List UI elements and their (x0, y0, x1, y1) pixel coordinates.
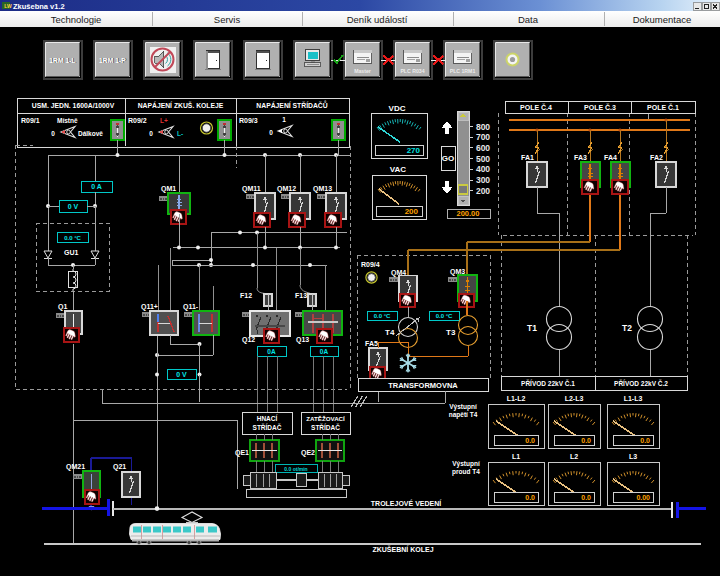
svg-text:0.0: 0.0 (525, 494, 535, 501)
svg-text:200: 200 (405, 207, 419, 216)
svg-text:1RM 1-P: 1RM 1-P (99, 57, 126, 64)
svg-text:0 A: 0 A (91, 183, 102, 190)
svg-text:Master: Master (354, 68, 371, 74)
svg-text:200.00: 200.00 (457, 209, 480, 218)
svg-text:0.0 °C: 0.0 °C (436, 313, 453, 319)
svg-text:Servis: Servis (214, 14, 241, 25)
svg-text:T1: T1 (527, 323, 537, 333)
svg-text:700: 700 (476, 132, 490, 142)
svg-text:POLE Č.4: POLE Č.4 (520, 103, 552, 111)
svg-text:FA2: FA2 (650, 154, 663, 161)
svg-text:T2: T2 (622, 323, 632, 333)
svg-text:STŘÍDAČ: STŘÍDAČ (311, 423, 340, 431)
svg-text:0: 0 (269, 129, 273, 136)
svg-text:T4: T4 (385, 328, 395, 337)
svg-text:PLC R034: PLC R034 (400, 68, 424, 74)
svg-text:0.0: 0.0 (640, 437, 650, 444)
svg-text:NAPÁJENÍ ZKUŠ. KOLEJE: NAPÁJENÍ ZKUŠ. KOLEJE (138, 101, 224, 109)
svg-text:0.0 °C: 0.0 °C (374, 313, 391, 319)
svg-text:500: 500 (476, 154, 490, 164)
svg-text:STŘÍDAČ: STŘÍDAČ (253, 423, 282, 431)
svg-text:QM1: QM1 (161, 185, 176, 193)
svg-text:0.0 °C: 0.0 °C (64, 235, 81, 241)
svg-text:600: 600 (476, 143, 490, 153)
svg-text:F12: F12 (240, 292, 252, 299)
svg-text:0.0: 0.0 (525, 437, 535, 444)
svg-text:0: 0 (51, 130, 55, 137)
svg-text:200: 200 (476, 186, 490, 196)
svg-text:FA1: FA1 (521, 154, 534, 161)
svg-text:300: 300 (476, 175, 490, 185)
svg-text:PŘÍVOD 22kV Č.1: PŘÍVOD 22kV Č.1 (521, 379, 575, 387)
svg-text:Q1: Q1 (58, 303, 67, 311)
svg-text:R09/1: R09/1 (21, 117, 40, 124)
svg-text:QM11: QM11 (242, 185, 261, 193)
svg-text:FA5: FA5 (365, 340, 378, 347)
svg-text:Q11-: Q11- (183, 303, 199, 311)
svg-text:TROLEJOVÉ VEDENÍ: TROLEJOVÉ VEDENÍ (371, 499, 442, 507)
svg-text:L3: L3 (629, 453, 637, 460)
svg-text:QM13: QM13 (313, 185, 332, 193)
svg-text:napětí T4: napětí T4 (449, 411, 478, 419)
svg-text:ZATĚŽOVACÍ: ZATĚŽOVACÍ (306, 415, 345, 422)
svg-text:T3: T3 (446, 328, 456, 337)
svg-text:Technologie: Technologie (51, 14, 102, 25)
svg-text:L1: L1 (512, 453, 520, 460)
svg-text:Výstupní: Výstupní (449, 403, 477, 411)
svg-text:F13: F13 (295, 292, 307, 299)
svg-text:QM12: QM12 (277, 185, 296, 193)
svg-text:0A: 0A (267, 348, 276, 355)
svg-text:Výstupní: Výstupní (452, 460, 480, 468)
svg-text:Dokumentace: Dokumentace (633, 14, 692, 25)
svg-text:POLE Č.3: POLE Č.3 (584, 103, 616, 111)
svg-text:NAPÁJENÍ STŘÍDAČŮ: NAPÁJENÍ STŘÍDAČŮ (256, 100, 327, 109)
svg-text:R09/3: R09/3 (239, 117, 258, 124)
svg-text:PLC 1RM1: PLC 1RM1 (450, 68, 476, 74)
svg-text:400: 400 (476, 164, 490, 174)
svg-text:QE1: QE1 (235, 449, 249, 457)
svg-text:0.0: 0.0 (581, 437, 591, 444)
svg-text:QE2: QE2 (301, 449, 315, 457)
svg-text:POLE Č.1: POLE Č.1 (647, 103, 679, 111)
svg-text:R09/4: R09/4 (361, 261, 380, 268)
svg-text:FA4: FA4 (604, 154, 617, 161)
svg-text:0 V: 0 V (68, 203, 79, 210)
svg-text:Q12: Q12 (242, 336, 255, 344)
svg-text:Zkušebna v1.2: Zkušebna v1.2 (13, 2, 65, 11)
svg-text:0 V: 0 V (176, 371, 187, 378)
svg-text:1RM 1-L: 1RM 1-L (49, 57, 75, 64)
svg-text:TRANSFORMOVNA: TRANSFORMOVNA (388, 381, 458, 390)
svg-text:R09/2: R09/2 (128, 117, 147, 124)
svg-text:L1-L2: L1-L2 (507, 395, 526, 402)
svg-text:0: 0 (149, 130, 153, 137)
svg-text:1: 1 (282, 116, 286, 123)
svg-text:ZKUŠEBNÍ KOLEJ: ZKUŠEBNÍ KOLEJ (372, 545, 433, 553)
svg-text:VDC: VDC (389, 104, 406, 113)
svg-text:HNACÍ: HNACÍ (257, 414, 278, 422)
svg-text:Deník událostí: Deník událostí (347, 14, 408, 25)
svg-text:L+: L+ (160, 117, 168, 124)
svg-text:L2: L2 (570, 453, 578, 460)
svg-text:0.00: 0.00 (636, 494, 650, 501)
svg-text:L2-L3: L2-L3 (565, 395, 584, 402)
svg-text:proud T4: proud T4 (452, 468, 480, 476)
svg-text:Místně: Místně (57, 117, 78, 124)
svg-text:0.0 ot/min: 0.0 ot/min (284, 466, 307, 472)
svg-text:GU1: GU1 (64, 249, 79, 256)
svg-text:FA3: FA3 (574, 154, 587, 161)
svg-text:Q13: Q13 (296, 336, 309, 344)
svg-text:USM. JEDN. 1600A/1000V: USM. JEDN. 1600A/1000V (32, 102, 115, 109)
svg-text:L1-L3: L1-L3 (624, 395, 643, 402)
svg-text:QM21: QM21 (66, 463, 85, 471)
svg-text:Dálkově: Dálkově (78, 130, 103, 137)
svg-text:0.0: 0.0 (581, 494, 591, 501)
svg-text:Data: Data (518, 14, 539, 25)
svg-text:PŘÍVOD 22kV Č.2: PŘÍVOD 22kV Č.2 (614, 379, 668, 387)
svg-text:800: 800 (476, 122, 490, 132)
svg-text:L-: L- (177, 130, 183, 137)
svg-text:270: 270 (407, 146, 421, 155)
svg-text:Q21: Q21 (113, 463, 126, 471)
svg-text:Q11+: Q11+ (141, 303, 158, 311)
svg-text:VAC: VAC (390, 165, 407, 174)
svg-text:GO: GO (442, 154, 454, 163)
